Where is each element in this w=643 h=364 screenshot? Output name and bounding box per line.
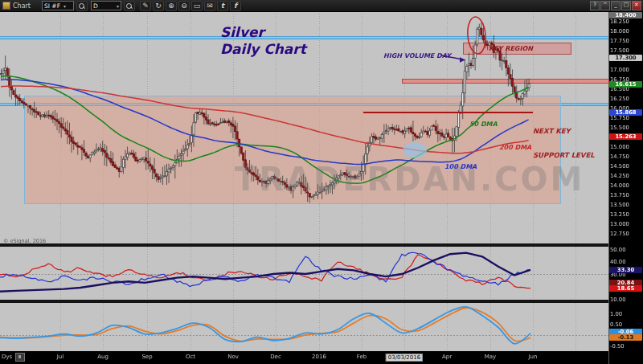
chart-window-icon [2, 2, 10, 10]
key-region-label: KEY REGION [489, 45, 533, 52]
axis-tick: 15.000 [610, 144, 641, 150]
window-title: Chart [13, 2, 31, 10]
refresh-icon[interactable]: ↻ [153, 1, 164, 11]
axis-tick: 13.500 [610, 202, 641, 208]
window-titlebar: Chart SI #F ▾ D ▾ ✎↻⊕⊖▭✉tf [0, 0, 643, 12]
time-axis-tick: Apr [442, 354, 452, 360]
axis-price-flag: 33.30 [609, 267, 642, 273]
axis-tick: 13.000 [610, 221, 641, 227]
axis-tick: 13.250 [610, 211, 641, 218]
window-button[interactable]: ? [590, 1, 600, 10]
time-axis-tick: 03/03/2016 [386, 354, 423, 362]
axis-tick: 17.000 [610, 67, 641, 73]
axis-tick: 18.250 [610, 18, 641, 25]
axis-tick: 10.00 [610, 297, 641, 303]
window-controls: ?^_□✕ [589, 1, 641, 10]
axis-tick: 50.00 [610, 247, 641, 253]
chevron-down-icon[interactable]: ▾ [117, 3, 119, 9]
time-axis-tick: Jun [529, 354, 538, 360]
symbol-search-button[interactable] [76, 1, 88, 11]
time-axis-tick: Feb [357, 354, 367, 360]
time-axis-tick: 2016 [312, 354, 326, 360]
pencil-icon[interactable]: ✎ [140, 1, 151, 11]
next-key-line1: NEXT KEY [533, 127, 595, 135]
window-button[interactable]: ^ [600, 1, 610, 10]
time-axis-tick: May [485, 354, 496, 360]
search-icon [126, 3, 132, 9]
symbol-value: SI #F [44, 2, 60, 10]
symbol-input[interactable]: SI #F ▾ [42, 1, 74, 10]
eraser-icon[interactable]: ▭ [191, 1, 203, 11]
axis-tick: 0.50 [610, 321, 641, 328]
axis-tick: 40.00 [610, 259, 641, 265]
axis-tick: 17.500 [610, 47, 641, 54]
interval-value: D [93, 2, 98, 10]
axis-tick: 15.500 [610, 125, 641, 131]
axis-tick: 17.750 [610, 38, 641, 44]
time-axis-tick: Oct [186, 354, 195, 360]
time-axis-tick: Sep [141, 354, 152, 360]
axis-tick: 18.000 [610, 28, 641, 35]
time-axis-unit-label: Dys [2, 354, 12, 360]
chevron-down-icon[interactable]: ▾ [63, 3, 66, 9]
dma200-label: 200 DMA [499, 144, 531, 151]
time-axis-tick: Nov [227, 354, 239, 360]
search-icon [79, 3, 84, 9]
axis-tick: 1.00 [610, 311, 641, 317]
axis-price-flag: 15.263 [609, 133, 642, 140]
chart-title-line1: Silver [220, 24, 264, 40]
time-axis-tick: Dec [270, 354, 281, 360]
time-axis-tick: Jul [57, 354, 63, 360]
axis-price-flag: 18.400 [609, 12, 642, 18]
copyright-note: © eSignal, 2016 [3, 238, 46, 244]
chart-title-line2: Daily Chart [220, 41, 306, 57]
time-axis-tick: Aug [97, 354, 109, 360]
close-button[interactable]: ✕ [632, 1, 641, 10]
twitter-icon[interactable]: t [217, 1, 228, 11]
next-key-support-label: NEXT KEY SUPPORT LEVEL [533, 111, 595, 175]
next-key-line2: SUPPORT LEVEL [533, 151, 595, 159]
axis-tick: 14.250 [610, 173, 641, 179]
facebook-icon[interactable]: f [230, 1, 241, 11]
dma100-label: 100 DMA [444, 163, 477, 170]
zoom-out-icon[interactable]: ⊖ [178, 1, 190, 11]
axis-price-flag: 15.868 [609, 109, 642, 116]
lock-icon[interactable] [15, 353, 25, 362]
axis-price-flag: 16.615 [609, 81, 642, 88]
interval-search-button[interactable] [124, 1, 135, 11]
axis-tick: 14.750 [610, 153, 641, 160]
axis-price-flag: 18.65 [609, 285, 642, 292]
axis-tick: 16.250 [610, 96, 641, 102]
interval-input[interactable]: D ▾ [91, 1, 121, 10]
axis-tick: 12.750 [610, 231, 641, 237]
window-button[interactable]: □ [621, 1, 631, 10]
chat-icon[interactable]: ✉ [204, 1, 215, 11]
axis-price-flag: 17.300 [609, 55, 642, 61]
axis-tick: -0.50 [610, 343, 641, 350]
axis-tick: 13.750 [610, 192, 641, 198]
charting-application: Chart SI #F ▾ D ▾ ✎↻⊕⊖▭✉tf ?^_□✕ Silver … [0, 0, 643, 364]
axis-tick: 14.000 [610, 182, 641, 189]
axis-tick: 14.500 [610, 163, 641, 170]
zoom-in-icon[interactable]: ⊕ [166, 1, 177, 11]
window-button[interactable]: _ [611, 1, 620, 10]
dma50-label: 50 DMA [469, 121, 498, 128]
high-volume-day-label: HIGH VOLUME DAY [383, 52, 451, 59]
axis-price-flag: -0.13 [609, 334, 642, 341]
